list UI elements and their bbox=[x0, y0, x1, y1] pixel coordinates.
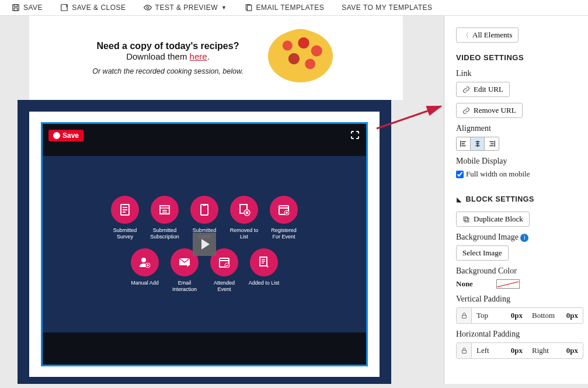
full-width-mobile-input[interactable] bbox=[456, 171, 464, 178]
link-icon bbox=[462, 86, 470, 93]
duplicate-block-button[interactable]: Duplicate Block bbox=[456, 212, 530, 227]
chevron-left-icon: 〈 bbox=[462, 31, 469, 40]
full-width-mobile-checkbox[interactable]: Full width on mobile bbox=[456, 169, 576, 179]
recipe-link[interactable]: here bbox=[190, 51, 207, 61]
bg-color-label: Background Color bbox=[456, 266, 576, 276]
svg-rect-8 bbox=[160, 206, 169, 214]
tile-removed-list: Removed to List bbox=[227, 196, 261, 240]
test-preview-button[interactable]: TEST & PREVIEW ▼ bbox=[144, 4, 227, 12]
test-preview-label: TEST & PREVIEW bbox=[155, 4, 218, 12]
templates-icon bbox=[245, 4, 253, 12]
save-my-label: SAVE TO MY TEMPLATES bbox=[342, 4, 432, 12]
tile-submitted-subscription: Submitted Subscription bbox=[148, 196, 182, 240]
v-pad-control[interactable]: Top0px Bottom0px bbox=[456, 307, 583, 324]
tile-registered-event: Registered For Event bbox=[267, 196, 301, 240]
recipe-image bbox=[261, 23, 340, 93]
save-my-templates-button[interactable]: SAVE TO MY TEMPLATES bbox=[342, 4, 432, 12]
block-settings-heading[interactable]: BLOCK SETTINGS bbox=[456, 195, 576, 203]
save-close-label: SAVE & CLOSE bbox=[72, 4, 126, 12]
unlink-icon bbox=[462, 107, 470, 115]
svg-rect-23 bbox=[462, 316, 466, 318]
bg-image-label: Background Image i bbox=[456, 233, 576, 242]
align-right-button[interactable] bbox=[485, 137, 499, 150]
recipe-title: Need a copy of today's recipes? bbox=[92, 41, 243, 51]
recipe-block[interactable]: Need a copy of today's recipes? Download… bbox=[29, 16, 403, 100]
video-settings-heading: VIDEO SETTINGS bbox=[456, 53, 576, 62]
save-close-icon bbox=[60, 4, 68, 12]
h-pad-label: Horizontal Padding bbox=[456, 330, 576, 339]
svg-rect-24 bbox=[462, 351, 466, 354]
alignment-label: Alignment bbox=[456, 124, 576, 133]
svg-rect-2 bbox=[14, 8, 18, 11]
h-pad-control[interactable]: Left0px Right0px bbox=[456, 342, 583, 359]
bg-color-swatch[interactable] bbox=[496, 279, 520, 289]
video-player[interactable]: Save Submitted Survey Submitted Subscrip… bbox=[41, 122, 368, 366]
fullscreen-icon[interactable] bbox=[350, 130, 360, 140]
align-center-button[interactable] bbox=[471, 137, 485, 150]
lock-icon[interactable] bbox=[457, 343, 472, 358]
svg-rect-1 bbox=[14, 5, 18, 7]
svg-rect-10 bbox=[203, 204, 206, 206]
v-pad-label: Vertical Padding bbox=[456, 295, 576, 304]
select-image-button[interactable]: Select Image bbox=[456, 245, 509, 261]
video-block[interactable]: Save Submitted Survey Submitted Subscrip… bbox=[18, 100, 391, 384]
svg-rect-9 bbox=[201, 205, 208, 215]
svg-rect-21 bbox=[465, 218, 469, 222]
chevron-down-icon: ▼ bbox=[221, 5, 227, 11]
save-button[interactable]: SAVE bbox=[12, 4, 43, 12]
pinterest-save-button[interactable]: Save bbox=[48, 130, 83, 141]
bg-color-value: None bbox=[456, 279, 473, 289]
remove-url-button[interactable]: Remove URL bbox=[456, 103, 523, 118]
save-close-button[interactable]: SAVE & CLOSE bbox=[60, 4, 126, 12]
save-icon bbox=[12, 4, 20, 12]
tile-added-list: Added to List bbox=[247, 248, 281, 293]
tile-manual-add: Manual Add bbox=[128, 248, 162, 293]
top-toolbar: SAVE SAVE & CLOSE TEST & PREVIEW ▼ EMAIL… bbox=[0, 0, 588, 16]
edit-url-button[interactable]: Edit URL bbox=[456, 82, 510, 97]
alignment-group bbox=[456, 137, 499, 151]
save-label: SAVE bbox=[23, 4, 43, 12]
info-icon[interactable]: i bbox=[520, 234, 528, 242]
svg-rect-6 bbox=[247, 5, 251, 11]
tile-submitted-survey: Submitted Survey bbox=[108, 196, 142, 240]
svg-point-15 bbox=[141, 258, 146, 262]
align-left-button[interactable] bbox=[457, 137, 471, 150]
recipe-text: Need a copy of today's recipes? Download… bbox=[92, 41, 243, 75]
eye-icon bbox=[144, 4, 152, 12]
duplicate-icon bbox=[462, 216, 470, 223]
settings-panel: 〈 All Elements VIDEO SETTINGS Link Edit … bbox=[444, 16, 588, 384]
recipe-subtitle: Download them here. bbox=[92, 51, 243, 61]
email-templates-label: EMAIL TEMPLATES bbox=[256, 4, 325, 12]
mobile-display-label: Mobile Display bbox=[456, 157, 576, 166]
lock-icon[interactable] bbox=[457, 308, 472, 323]
link-label: Link bbox=[456, 69, 576, 78]
all-elements-button[interactable]: 〈 All Elements bbox=[456, 27, 519, 43]
recipe-note: Or watch the recorded cooking session, b… bbox=[92, 67, 243, 75]
email-templates-button[interactable]: EMAIL TEMPLATES bbox=[245, 4, 325, 12]
play-button[interactable] bbox=[193, 233, 216, 256]
svg-rect-22 bbox=[464, 217, 468, 221]
svg-point-4 bbox=[147, 6, 149, 9]
